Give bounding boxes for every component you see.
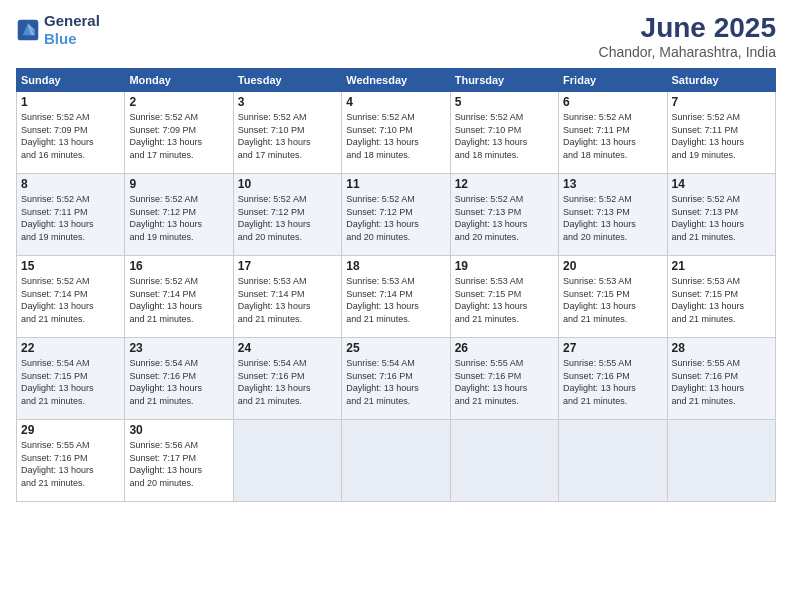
logo-line1: General — [44, 12, 100, 30]
day-number: 17 — [238, 259, 337, 273]
table-row: 25Sunrise: 5:54 AMSunset: 7:16 PMDayligh… — [342, 338, 450, 420]
day-number: 8 — [21, 177, 120, 191]
calendar-week-row: 8Sunrise: 5:52 AMSunset: 7:11 PMDaylight… — [17, 174, 776, 256]
day-info: Sunrise: 5:55 AMSunset: 7:16 PMDaylight:… — [21, 439, 120, 489]
table-row: 9Sunrise: 5:52 AMSunset: 7:12 PMDaylight… — [125, 174, 233, 256]
day-info: Sunrise: 5:56 AMSunset: 7:17 PMDaylight:… — [129, 439, 228, 489]
day-number: 26 — [455, 341, 554, 355]
day-info: Sunrise: 5:52 AMSunset: 7:10 PMDaylight:… — [455, 111, 554, 161]
table-row: 10Sunrise: 5:52 AMSunset: 7:12 PMDayligh… — [233, 174, 341, 256]
calendar-week-row: 1Sunrise: 5:52 AMSunset: 7:09 PMDaylight… — [17, 92, 776, 174]
table-row: 21Sunrise: 5:53 AMSunset: 7:15 PMDayligh… — [667, 256, 775, 338]
day-info: Sunrise: 5:52 AMSunset: 7:09 PMDaylight:… — [129, 111, 228, 161]
location-title: Chandor, Maharashtra, India — [599, 44, 776, 60]
logo: General Blue — [16, 12, 100, 48]
col-monday: Monday — [125, 69, 233, 92]
day-info: Sunrise: 5:55 AMSunset: 7:16 PMDaylight:… — [672, 357, 771, 407]
table-row: 23Sunrise: 5:54 AMSunset: 7:16 PMDayligh… — [125, 338, 233, 420]
day-info: Sunrise: 5:52 AMSunset: 7:13 PMDaylight:… — [455, 193, 554, 243]
day-number: 12 — [455, 177, 554, 191]
table-row: 13Sunrise: 5:52 AMSunset: 7:13 PMDayligh… — [559, 174, 667, 256]
logo-icon — [16, 18, 40, 42]
table-row: 22Sunrise: 5:54 AMSunset: 7:15 PMDayligh… — [17, 338, 125, 420]
table-row: 7Sunrise: 5:52 AMSunset: 7:11 PMDaylight… — [667, 92, 775, 174]
title-block: June 2025 Chandor, Maharashtra, India — [599, 12, 776, 60]
day-number: 18 — [346, 259, 445, 273]
day-info: Sunrise: 5:52 AMSunset: 7:11 PMDaylight:… — [563, 111, 662, 161]
day-number: 16 — [129, 259, 228, 273]
day-info: Sunrise: 5:52 AMSunset: 7:12 PMDaylight:… — [238, 193, 337, 243]
logo-line2: Blue — [44, 30, 77, 47]
col-wednesday: Wednesday — [342, 69, 450, 92]
table-row: 3Sunrise: 5:52 AMSunset: 7:10 PMDaylight… — [233, 92, 341, 174]
day-number: 2 — [129, 95, 228, 109]
day-number: 27 — [563, 341, 662, 355]
day-info: Sunrise: 5:52 AMSunset: 7:10 PMDaylight:… — [238, 111, 337, 161]
day-number: 14 — [672, 177, 771, 191]
page: General Blue June 2025 Chandor, Maharash… — [0, 0, 792, 612]
table-row: 17Sunrise: 5:53 AMSunset: 7:14 PMDayligh… — [233, 256, 341, 338]
table-row: 6Sunrise: 5:52 AMSunset: 7:11 PMDaylight… — [559, 92, 667, 174]
table-row — [233, 420, 341, 502]
day-info: Sunrise: 5:52 AMSunset: 7:09 PMDaylight:… — [21, 111, 120, 161]
table-row: 1Sunrise: 5:52 AMSunset: 7:09 PMDaylight… — [17, 92, 125, 174]
table-row — [667, 420, 775, 502]
day-number: 10 — [238, 177, 337, 191]
col-thursday: Thursday — [450, 69, 558, 92]
day-info: Sunrise: 5:54 AMSunset: 7:16 PMDaylight:… — [238, 357, 337, 407]
day-number: 9 — [129, 177, 228, 191]
day-number: 28 — [672, 341, 771, 355]
day-number: 13 — [563, 177, 662, 191]
day-info: Sunrise: 5:52 AMSunset: 7:13 PMDaylight:… — [672, 193, 771, 243]
table-row: 16Sunrise: 5:52 AMSunset: 7:14 PMDayligh… — [125, 256, 233, 338]
month-title: June 2025 — [599, 12, 776, 44]
table-row — [342, 420, 450, 502]
table-row: 20Sunrise: 5:53 AMSunset: 7:15 PMDayligh… — [559, 256, 667, 338]
table-row: 4Sunrise: 5:52 AMSunset: 7:10 PMDaylight… — [342, 92, 450, 174]
table-row: 15Sunrise: 5:52 AMSunset: 7:14 PMDayligh… — [17, 256, 125, 338]
table-row: 27Sunrise: 5:55 AMSunset: 7:16 PMDayligh… — [559, 338, 667, 420]
day-info: Sunrise: 5:53 AMSunset: 7:15 PMDaylight:… — [455, 275, 554, 325]
day-number: 20 — [563, 259, 662, 273]
day-number: 11 — [346, 177, 445, 191]
day-number: 19 — [455, 259, 554, 273]
day-number: 29 — [21, 423, 120, 437]
calendar-header-row: Sunday Monday Tuesday Wednesday Thursday… — [17, 69, 776, 92]
day-number: 25 — [346, 341, 445, 355]
table-row: 11Sunrise: 5:52 AMSunset: 7:12 PMDayligh… — [342, 174, 450, 256]
day-number: 5 — [455, 95, 554, 109]
table-row: 29Sunrise: 5:55 AMSunset: 7:16 PMDayligh… — [17, 420, 125, 502]
calendar-week-row: 29Sunrise: 5:55 AMSunset: 7:16 PMDayligh… — [17, 420, 776, 502]
day-number: 15 — [21, 259, 120, 273]
table-row: 30Sunrise: 5:56 AMSunset: 7:17 PMDayligh… — [125, 420, 233, 502]
day-info: Sunrise: 5:52 AMSunset: 7:11 PMDaylight:… — [21, 193, 120, 243]
day-info: Sunrise: 5:52 AMSunset: 7:12 PMDaylight:… — [346, 193, 445, 243]
table-row: 8Sunrise: 5:52 AMSunset: 7:11 PMDaylight… — [17, 174, 125, 256]
day-info: Sunrise: 5:54 AMSunset: 7:15 PMDaylight:… — [21, 357, 120, 407]
col-friday: Friday — [559, 69, 667, 92]
day-info: Sunrise: 5:52 AMSunset: 7:11 PMDaylight:… — [672, 111, 771, 161]
table-row — [559, 420, 667, 502]
col-tuesday: Tuesday — [233, 69, 341, 92]
table-row — [450, 420, 558, 502]
day-info: Sunrise: 5:53 AMSunset: 7:15 PMDaylight:… — [563, 275, 662, 325]
day-number: 23 — [129, 341, 228, 355]
table-row: 19Sunrise: 5:53 AMSunset: 7:15 PMDayligh… — [450, 256, 558, 338]
table-row: 14Sunrise: 5:52 AMSunset: 7:13 PMDayligh… — [667, 174, 775, 256]
day-info: Sunrise: 5:52 AMSunset: 7:14 PMDaylight:… — [21, 275, 120, 325]
col-saturday: Saturday — [667, 69, 775, 92]
day-info: Sunrise: 5:55 AMSunset: 7:16 PMDaylight:… — [563, 357, 662, 407]
day-number: 4 — [346, 95, 445, 109]
table-row: 2Sunrise: 5:52 AMSunset: 7:09 PMDaylight… — [125, 92, 233, 174]
day-number: 3 — [238, 95, 337, 109]
day-info: Sunrise: 5:55 AMSunset: 7:16 PMDaylight:… — [455, 357, 554, 407]
day-info: Sunrise: 5:52 AMSunset: 7:10 PMDaylight:… — [346, 111, 445, 161]
table-row: 24Sunrise: 5:54 AMSunset: 7:16 PMDayligh… — [233, 338, 341, 420]
table-row: 26Sunrise: 5:55 AMSunset: 7:16 PMDayligh… — [450, 338, 558, 420]
day-info: Sunrise: 5:52 AMSunset: 7:12 PMDaylight:… — [129, 193, 228, 243]
day-info: Sunrise: 5:53 AMSunset: 7:15 PMDaylight:… — [672, 275, 771, 325]
day-number: 6 — [563, 95, 662, 109]
day-number: 30 — [129, 423, 228, 437]
day-info: Sunrise: 5:53 AMSunset: 7:14 PMDaylight:… — [238, 275, 337, 325]
day-number: 24 — [238, 341, 337, 355]
